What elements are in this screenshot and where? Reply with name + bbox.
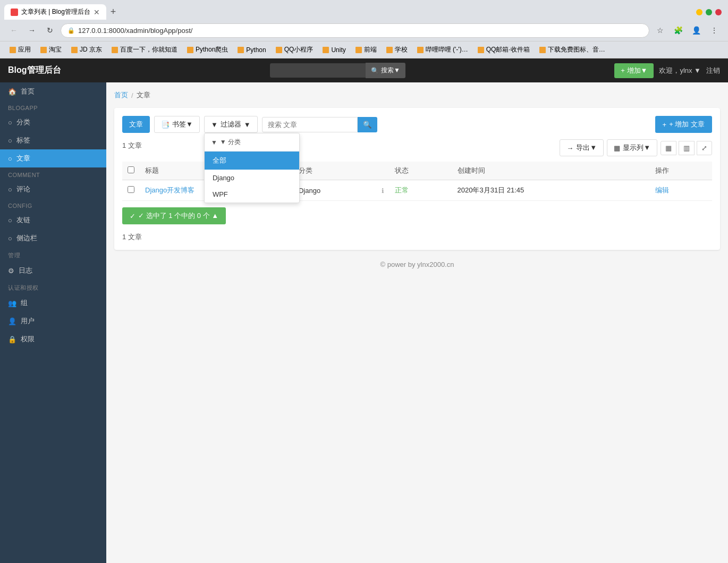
extensions-icon[interactable]: 🧩 [671, 23, 685, 38]
bookmark-qqmail[interactable]: QQ邮箱·收件箱 [473, 44, 534, 56]
search-button[interactable]: 🔍 [358, 117, 377, 132]
bookmark-icons[interactable]: 下载免费图标、音… [535, 44, 610, 56]
search-icon: 🔍 [363, 121, 372, 129]
edit-link[interactable]: 编辑 [655, 186, 669, 194]
filter-dropdown-icon: ▼ [244, 121, 251, 129]
header-add-button[interactable]: + 增加▼ [614, 63, 654, 78]
header-search-input[interactable] [270, 63, 366, 78]
forward-button[interactable]: → [24, 23, 39, 38]
bookmark-jd[interactable]: JD 京东 [67, 44, 106, 56]
sidebar-item-home[interactable]: 🏠 首页 [0, 82, 106, 100]
add-article-button[interactable]: + + 增加 文章 [655, 116, 712, 133]
sidebar-item-permission[interactable]: 🔒 权限 [0, 330, 106, 348]
sidebar-item-tag[interactable]: ○ 标签 [0, 131, 106, 149]
sidebar-section-blogapp: BLOGAPP [0, 100, 106, 113]
refresh-button[interactable]: ↻ [43, 23, 57, 38]
sidebar-item-group[interactable]: 👥 组 [0, 294, 106, 312]
tab-title: 文章列表 | Blog管理后台 [21, 7, 90, 16]
sidebar-section-comment: COMMENT [0, 167, 106, 180]
filter-icon: ▼ [211, 121, 218, 129]
bookmarks-bar: 应用 淘宝 JD 京东 百度一下，你就知道 Python爬虫 Python QQ… [0, 41, 728, 58]
back-button[interactable]: ← [6, 23, 21, 38]
select-action-button[interactable]: ✓ ✓ 选中了 1 个中的 0 个 ▲ [122, 207, 226, 224]
article-tab-button[interactable]: 文章 [122, 116, 150, 133]
bookmark-qq-mini[interactable]: QQ小程序 [272, 44, 318, 56]
table-count: 1 文章 [122, 141, 142, 150]
profile-icon[interactable]: 👤 [689, 23, 704, 38]
menu-icon[interactable]: ⋮ [707, 23, 722, 38]
sidebar-item-category[interactable]: ○ 分类 [0, 113, 106, 131]
home-icon: 🏠 [8, 88, 16, 96]
circle-icon-comment: ○ [8, 186, 12, 194]
sidebar-item-log[interactable]: ⚙ 日志 [0, 262, 106, 280]
bookmark-school[interactable]: 学校 [382, 44, 412, 56]
bookmark-frontend[interactable]: 前端 [351, 44, 381, 56]
bookmark-icon[interactable]: ☆ [653, 23, 667, 38]
sidebar-section-config: CONFIG [0, 198, 106, 211]
expand-button[interactable]: ⤢ [697, 141, 712, 155]
maximize-button[interactable] [706, 9, 712, 15]
filter-option-django[interactable]: Django [205, 170, 299, 186]
welcome-text[interactable]: 欢迎，ylnx ▼ [659, 66, 701, 75]
bookmark-bilibili[interactable]: 哔哩哔哩 ('-')… [413, 44, 472, 56]
export-button[interactable]: → 导出▼ [560, 139, 604, 156]
filter-menu: ▼ ▼ 分类 全部 Django WPF [204, 133, 300, 203]
list-view-button[interactable]: ▥ [679, 141, 695, 155]
export-icon: → [566, 144, 573, 152]
row-checkbox[interactable] [128, 186, 134, 193]
filter-option-all[interactable]: 全部 [205, 152, 299, 170]
bookmark-python-spider[interactable]: Python爬虫 [183, 44, 232, 56]
sidebar-item-user[interactable]: 👤 用户 [0, 312, 106, 330]
bookmark-unity[interactable]: Unity [318, 45, 350, 55]
article-created-at: 2020年3月31日 21:45 [452, 180, 650, 201]
app-logo: Blog管理后台 [8, 65, 61, 76]
article-status: 正常 [390, 180, 452, 201]
breadcrumb-home[interactable]: 首页 [114, 90, 128, 100]
breadcrumb: 首页 / 文章 [114, 90, 720, 100]
header-search-button[interactable]: 🔍 搜索▼ [366, 63, 405, 78]
user-icon: 👤 [8, 317, 16, 325]
minimize-button[interactable] [696, 9, 702, 15]
article-title-link[interactable]: Django开发博客 [145, 186, 194, 194]
sidebar-item-friendlink[interactable]: ○ 友链 [0, 211, 106, 229]
url-text: 127.0.0.1:8000/xadmin/blogApp/post/ [78, 27, 192, 35]
lock-icon-sidebar: 🔒 [8, 335, 16, 343]
col-header-category: 分类 [293, 162, 376, 180]
bottom-actions: ✓ ✓ 选中了 1 个中的 0 个 ▲ [122, 207, 712, 224]
bookmark-baidu[interactable]: 百度一下，你就知道 [107, 44, 182, 56]
filter-button[interactable]: ▼ 过滤器 ▼ [204, 116, 258, 133]
sidebar-item-comment[interactable]: ○ 评论 [0, 180, 106, 198]
toolbar-search: 🔍 [262, 117, 377, 132]
bookmark-tab-button[interactable]: 📑 书签▼ [154, 116, 200, 133]
bookmark-apps[interactable]: 应用 [5, 44, 35, 56]
search-input[interactable] [262, 117, 358, 132]
bookmark-python[interactable]: Python [233, 45, 270, 55]
select-all-checkbox[interactable] [128, 166, 134, 173]
filter-option-wpf[interactable]: WPF [205, 186, 299, 203]
new-tab-button[interactable]: + [106, 4, 121, 20]
filter-category-icon: ▼ [211, 139, 217, 146]
display-columns-button[interactable]: ▦ 显示列▼ [607, 139, 657, 156]
sidebar-item-article[interactable]: ○ 文章 [0, 149, 106, 167]
window-close-button[interactable] [715, 9, 722, 15]
info-icon[interactable]: ℹ [382, 187, 384, 195]
col-header-info [376, 162, 390, 180]
logout-button[interactable]: 注销 [706, 66, 720, 75]
circle-icon-category: ○ [8, 119, 12, 127]
sidebar-section-auth: 认证和授权 [0, 280, 106, 294]
group-icon: 👥 [8, 299, 16, 307]
sidebar-item-sidebar-widget[interactable]: ○ 侧边栏 [0, 229, 106, 247]
bookmark-icon: 📑 [161, 121, 170, 129]
breadcrumb-current: 文章 [137, 90, 150, 100]
grid-view-button[interactable]: ▦ [661, 141, 676, 155]
circle-icon-friendlink: ○ [8, 216, 12, 224]
checkmark-icon: ✓ [130, 212, 136, 220]
main-content: 首页 / 文章 文章 📑 书签▼ ▼ 过滤器 ▼ [106, 82, 728, 563]
close-tab-icon[interactable]: ✕ [94, 8, 100, 16]
toolbar: 文章 📑 书签▼ ▼ 过滤器 ▼ ▼ ▼ 分 [122, 116, 712, 133]
bookmark-taobao[interactable]: 淘宝 [36, 44, 66, 56]
favicon [11, 9, 18, 16]
plus-icon: + [663, 121, 667, 129]
breadcrumb-separator: / [131, 91, 133, 99]
sidebar: 🏠 首页 BLOGAPP ○ 分类 ○ 标签 ○ 文章 COMMENT ○ 评论… [0, 82, 106, 563]
